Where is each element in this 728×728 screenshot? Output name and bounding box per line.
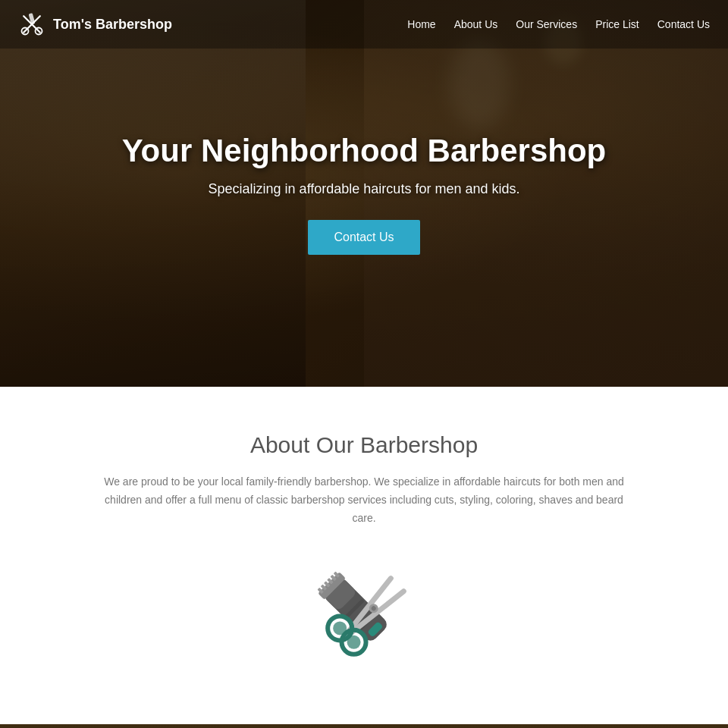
nav-item-prices[interactable]: Price List — [595, 17, 639, 31]
navbar-brand[interactable]: Tom's Barbershop — [18, 11, 407, 38]
barber-scissors-clipper-icon — [303, 557, 425, 679]
hero-subtitle: Specializing in affordable haircuts for … — [122, 181, 607, 197]
nav-link-services[interactable]: Our Services — [516, 18, 577, 30]
nav-link-home[interactable]: Home — [407, 18, 435, 30]
barber-icon-container — [30, 557, 698, 679]
scissors-logo-icon — [18, 11, 46, 38]
hero-cta-button[interactable]: Contact Us — [308, 220, 419, 255]
hero-section: Your Neighborhood Barbershop Specializin… — [0, 0, 728, 387]
nav-link-contact[interactable]: Contact Us — [657, 18, 710, 30]
nav-item-home[interactable]: Home — [407, 17, 435, 31]
hero-title: Your Neighborhood Barbershop — [122, 132, 607, 170]
about-text: We are proud to be your local family-fri… — [99, 473, 629, 527]
nav-item-about[interactable]: About Us — [454, 17, 498, 31]
nav-link-about[interactable]: About Us — [454, 18, 498, 30]
about-section: About Our Barbershop We are proud to be … — [0, 387, 728, 724]
nav-item-contact[interactable]: Contact Us — [657, 17, 710, 31]
hero-content: Your Neighborhood Barbershop Specializin… — [92, 132, 637, 254]
nav-item-services[interactable]: Our Services — [516, 17, 577, 31]
nav-list: Home About Us Our Services Price List Co… — [407, 17, 710, 31]
nav-link-prices[interactable]: Price List — [595, 18, 639, 30]
brand-name: Tom's Barbershop — [53, 17, 172, 33]
footer-preview-section: You're in Good Hands — [0, 724, 728, 728]
about-title: About Our Barbershop — [30, 432, 698, 458]
navbar: Tom's Barbershop Home About Us Our Servi… — [0, 0, 728, 49]
